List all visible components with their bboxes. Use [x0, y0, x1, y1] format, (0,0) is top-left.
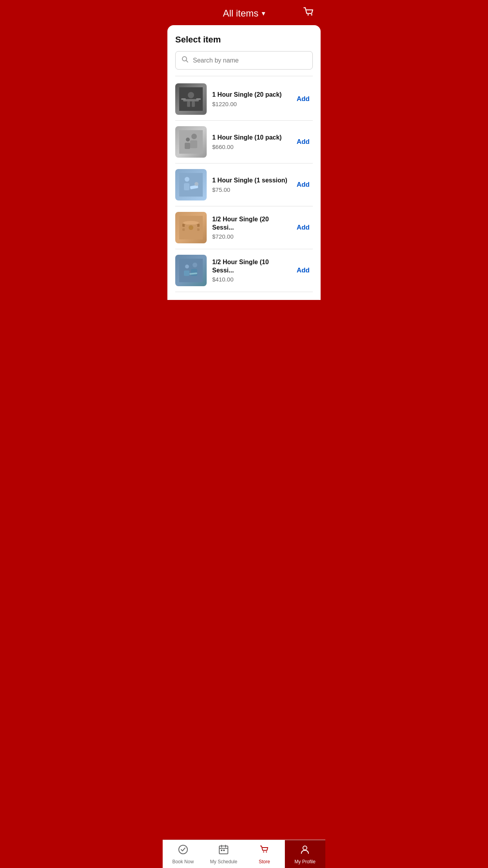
item-thumbnail-3 [175, 169, 207, 200]
svg-rect-10 [196, 98, 201, 100]
section-title: Select item [175, 35, 313, 45]
top-divider [175, 76, 313, 76]
item-name-1: 1 Hour Single (20 pack) [212, 91, 288, 99]
svg-point-1 [311, 14, 312, 16]
item-thumbnail-4 [175, 212, 207, 243]
add-button-3[interactable]: Add [294, 179, 313, 190]
header: All items ▾ [163, 0, 325, 25]
svg-point-26 [189, 225, 193, 230]
all-items-title: All items [223, 8, 259, 19]
svg-line-3 [186, 61, 188, 63]
svg-rect-15 [185, 143, 190, 149]
item-price-3: $75.00 [212, 186, 288, 193]
svg-rect-18 [184, 183, 189, 190]
item-price-2: $660.00 [212, 143, 288, 150]
item-name-5: 1/2 Hour Single (10 Sessi... [212, 258, 288, 275]
svg-rect-9 [181, 98, 186, 100]
item-thumbnail-1 [175, 83, 207, 115]
list-item: 1/2 Hour Single (10 Sessi... $410.00 Add [175, 249, 313, 292]
add-button-1[interactable]: Add [294, 94, 313, 105]
item-price-5: $410.00 [212, 276, 288, 283]
svg-point-0 [307, 14, 309, 16]
item-price-1: $1220.00 [212, 101, 288, 107]
item-info-2: 1 Hour Single (10 pack) $660.00 [212, 134, 288, 150]
svg-rect-13 [190, 140, 197, 148]
list-item: 1 Hour Single (10 pack) $660.00 Add [175, 121, 313, 164]
svg-rect-16 [179, 173, 203, 197]
svg-point-12 [191, 134, 197, 139]
page-wrapper: All items ▾ Select item [163, 0, 325, 328]
svg-rect-8 [192, 101, 195, 107]
svg-point-30 [185, 265, 189, 268]
svg-point-20 [194, 182, 198, 186]
item-info-5: 1/2 Hour Single (10 Sessi... $410.00 [212, 258, 288, 283]
svg-point-17 [185, 177, 189, 182]
search-box [175, 51, 313, 70]
cart-button[interactable] [300, 4, 317, 22]
add-button-5[interactable]: Add [294, 265, 313, 276]
search-input[interactable] [193, 57, 307, 64]
list-item: 1/2 Hour Single (20 Sessi... $720.00 Add [175, 206, 313, 249]
item-thumbnail-2 [175, 126, 207, 158]
svg-point-6 [188, 92, 194, 98]
chevron-down-icon: ▾ [262, 9, 265, 18]
search-icon [181, 55, 189, 65]
header-title-wrapper[interactable]: All items ▾ [223, 8, 265, 19]
item-thumbnail-5 [175, 255, 207, 286]
item-price-4: $720.00 [212, 233, 288, 240]
item-list: 1 Hour Single (20 pack) $1220.00 Add [175, 78, 313, 292]
item-info-4: 1/2 Hour Single (20 Sessi... $720.00 [212, 215, 288, 240]
add-button-4[interactable]: Add [294, 222, 313, 233]
svg-point-28 [193, 263, 197, 267]
item-info-3: 1 Hour Single (1 session) $75.00 [212, 177, 288, 193]
list-item: 1 Hour Single (20 pack) $1220.00 Add [175, 78, 313, 121]
item-name-2: 1 Hour Single (10 pack) [212, 134, 288, 142]
item-name-3: 1 Hour Single (1 session) [212, 177, 288, 185]
main-card: Select item [167, 25, 321, 300]
list-item: 1 Hour Single (1 session) $75.00 Add [175, 164, 313, 206]
add-button-2[interactable]: Add [294, 136, 313, 147]
svg-rect-31 [184, 270, 189, 276]
svg-point-24 [183, 221, 199, 225]
item-name-4: 1/2 Hour Single (20 Sessi... [212, 215, 288, 232]
svg-point-14 [186, 138, 190, 142]
svg-rect-29 [191, 269, 197, 276]
item-info-1: 1 Hour Single (20 pack) $1220.00 [212, 91, 288, 107]
svg-rect-7 [187, 101, 190, 107]
